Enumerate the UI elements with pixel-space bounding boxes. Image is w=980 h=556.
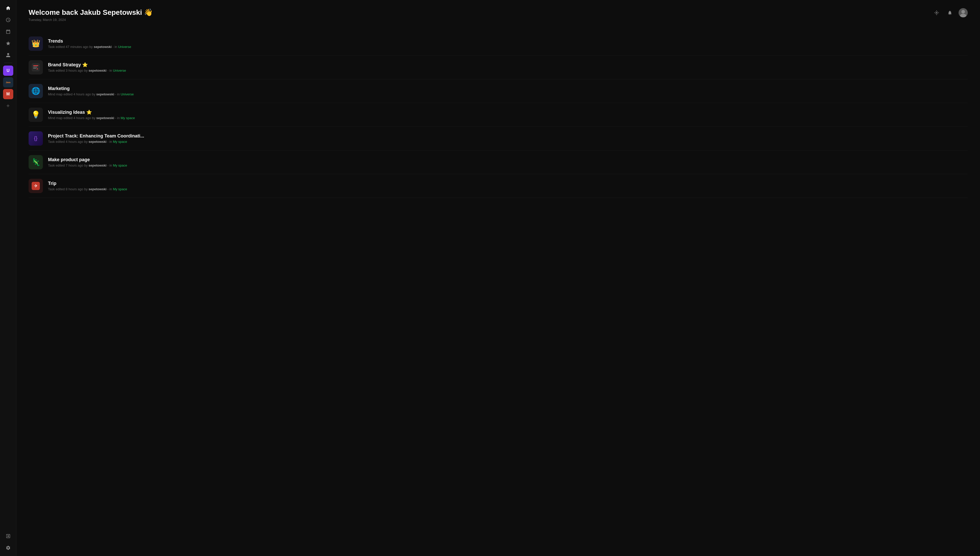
list-item[interactable]: 🦎 Make product page Task edited 7 hours … [29, 150, 968, 174]
item-author: sepetowski [89, 69, 107, 73]
item-title: Marketing [48, 86, 968, 91]
item-author: sepetowski [89, 163, 107, 167]
list-item[interactable]: {} Project Track: Enhancing Team Coordin… [29, 127, 968, 150]
m-app-icon[interactable]: M [3, 89, 13, 99]
item-meta: Task edited 7 hours ago by sepetowski - … [48, 163, 968, 167]
sidebar-divider [4, 63, 12, 63]
item-author: sepetowski [94, 45, 112, 49]
svg-rect-4 [33, 65, 38, 66]
svg-text:{}: {} [34, 136, 37, 141]
item-workspace[interactable]: Universe [121, 92, 134, 96]
item-workspace[interactable]: My space [113, 140, 127, 144]
add-icon[interactable]: + [3, 101, 13, 111]
item-meta: Mind map edited 4 hours ago by sepetowsk… [48, 92, 968, 96]
item-thumbnail [29, 60, 43, 74]
item-meta: Task edited 3 hours ago by sepetowski - … [48, 69, 968, 73]
item-meta: Task edited 8 hours ago by sepetowski - … [48, 187, 968, 191]
list-item[interactable]: 💡 Visualizing Ideas ⭐ Mind map edited 4 … [29, 103, 968, 127]
list-item[interactable]: ✈ Trip Task edited 8 hours ago by sepeto… [29, 174, 968, 198]
item-title: Trends [48, 39, 968, 44]
item-info: Project Track: Enhancing Team Coordinati… [48, 133, 968, 144]
sidebar: U Java M + [0, 0, 16, 556]
page-date: Tuesday, March 19, 2024 [29, 18, 153, 22]
item-thumbnail: 🦎 [29, 155, 43, 169]
item-author: sepetowski [96, 116, 114, 120]
person-icon[interactable] [3, 50, 13, 60]
item-author: sepetowski [89, 140, 107, 144]
svg-rect-5 [33, 67, 37, 67]
item-info: Brand Strategy ⭐ Task edited 3 hours ago… [48, 62, 968, 73]
user-avatar-icon[interactable]: U [3, 66, 13, 76]
item-author: sepetowski [89, 187, 107, 191]
item-thumbnail: 🌐 [29, 84, 43, 98]
item-meta: Task edited 47 minutes ago by sepetowski… [48, 45, 968, 49]
clock-icon[interactable] [3, 15, 13, 25]
item-workspace[interactable]: My space [121, 116, 135, 120]
svg-point-1 [961, 10, 965, 13]
export-icon[interactable] [3, 531, 13, 541]
header-text: Welcome back Jakub Sepetowski 👋 Tuesday,… [29, 8, 153, 22]
item-info: Make product page Task edited 7 hours ag… [48, 157, 968, 167]
item-author: sepetowski [96, 92, 114, 96]
item-meta: Task edited 4 hours ago by sepetowski - … [48, 140, 968, 144]
header-actions [932, 8, 968, 17]
item-info: Trends Task edited 47 minutes ago by sep… [48, 39, 968, 49]
item-title: Trip [48, 181, 968, 186]
notification-icon[interactable] [945, 8, 954, 17]
calendar-icon[interactable] [3, 26, 13, 37]
list-item[interactable]: Brand Strategy ⭐ Task edited 3 hours ago… [29, 56, 968, 79]
item-info: Visualizing Ideas ⭐ Mind map edited 4 ho… [48, 110, 968, 120]
list-item[interactable]: 👑 Trends Task edited 47 minutes ago by s… [29, 32, 968, 56]
item-workspace[interactable]: My space [113, 163, 127, 167]
star-icon[interactable] [3, 38, 13, 48]
recent-items-list: 👑 Trends Task edited 47 minutes ago by s… [29, 32, 968, 198]
home-icon[interactable] [3, 3, 13, 13]
item-meta: Mind map edited 4 hours ago by sepetowsk… [48, 116, 968, 120]
settings-header-icon[interactable] [932, 8, 941, 17]
item-thumbnail: 💡 [29, 108, 43, 122]
project-icon: {} [29, 131, 43, 145]
page-title: Welcome back Jakub Sepetowski 👋 [29, 8, 153, 17]
item-info: Marketing Mind map edited 4 hours ago by… [48, 86, 968, 96]
list-item[interactable]: 🌐 Marketing Mind map edited 4 hours ago … [29, 79, 968, 103]
item-title: Visualizing Ideas ⭐ [48, 110, 968, 115]
settings-icon[interactable] [3, 543, 13, 553]
item-thumbnail: ✈ [29, 179, 43, 193]
item-workspace[interactable]: My space [113, 187, 127, 191]
item-workspace[interactable]: Universe [118, 45, 131, 49]
item-thumbnail: 👑 [29, 37, 43, 51]
main-content: Welcome back Jakub Sepetowski 👋 Tuesday,… [16, 0, 980, 556]
item-info: Trip Task edited 8 hours ago by sepetows… [48, 181, 968, 191]
java-app-icon[interactable]: Java [3, 77, 13, 87]
item-title: Brand Strategy ⭐ [48, 62, 968, 68]
item-title: Make product page [48, 157, 968, 162]
item-thumbnail: {} [29, 131, 43, 145]
svg-rect-6 [33, 68, 36, 69]
item-title: Project Track: Enhancing Team Coordinati… [48, 133, 968, 139]
page-header: Welcome back Jakub Sepetowski 👋 Tuesday,… [29, 8, 968, 22]
user-profile-avatar[interactable] [959, 8, 968, 17]
item-workspace[interactable]: Universe [113, 69, 126, 73]
